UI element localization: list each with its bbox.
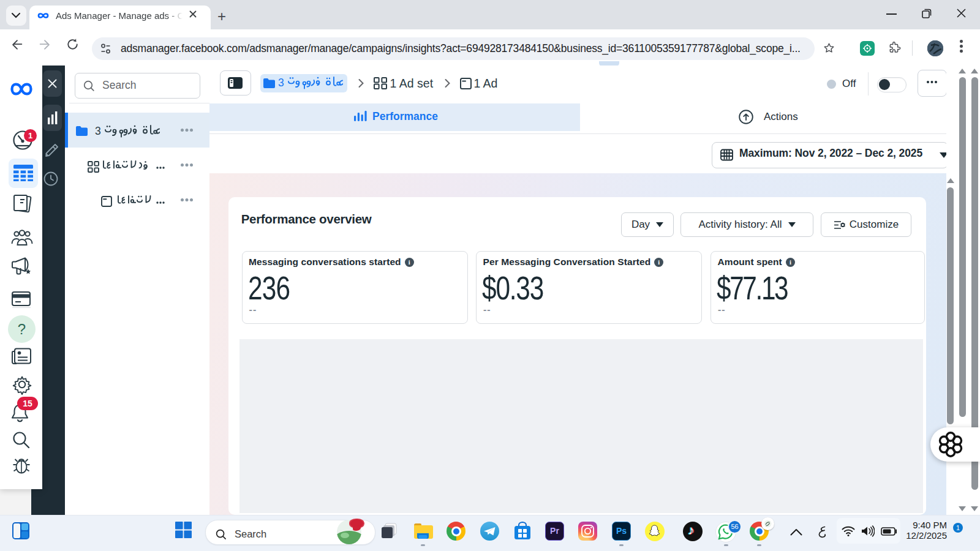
svg-text:3: 3 bbox=[95, 125, 101, 137]
svg-text:3: 3 bbox=[278, 77, 284, 89]
